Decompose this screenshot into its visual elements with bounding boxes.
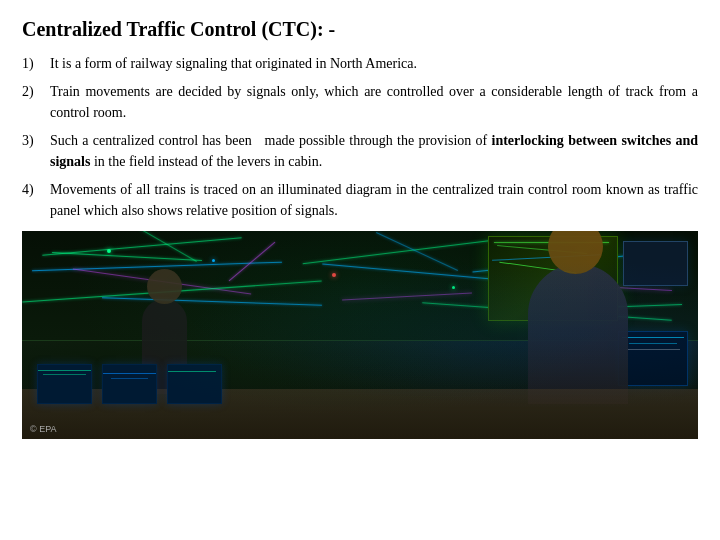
image-content: © EPA — [22, 231, 698, 439]
desk-monitor-1 — [37, 364, 92, 404]
list-item: 1) It is a form of railway signaling tha… — [22, 53, 698, 74]
desk-monitor-2 — [102, 364, 157, 404]
list-item: 3) Such a centralized control has been m… — [22, 130, 698, 172]
control-room-image: © EPA — [22, 231, 698, 439]
page-container: Centralized Traffic Control (CTC): - 1) … — [0, 0, 720, 540]
copyright-text: © EPA — [30, 424, 56, 434]
list-number: 3) — [22, 130, 50, 172]
list-text-rich: Such a centralized control has been made… — [50, 130, 698, 172]
content-list: 1) It is a form of railway signaling tha… — [22, 53, 698, 221]
list-item: 2) Train movements are decided by signal… — [22, 81, 698, 123]
list-text: Train movements are decided by signals o… — [50, 81, 698, 123]
list-text: It is a form of railway signaling that o… — [50, 53, 698, 74]
list-text: Movements of all trains is traced on an … — [50, 179, 698, 221]
page-title: Centralized Traffic Control (CTC): - — [22, 18, 698, 41]
list-item: 4) Movements of all trains is traced on … — [22, 179, 698, 221]
person-silhouette-2 — [528, 264, 628, 404]
side-screen — [618, 331, 688, 386]
small-screen — [623, 241, 688, 286]
list-number: 1) — [22, 53, 50, 74]
list-number: 2) — [22, 81, 50, 123]
desk-monitor-3 — [167, 364, 222, 404]
list-number: 4) — [22, 179, 50, 221]
